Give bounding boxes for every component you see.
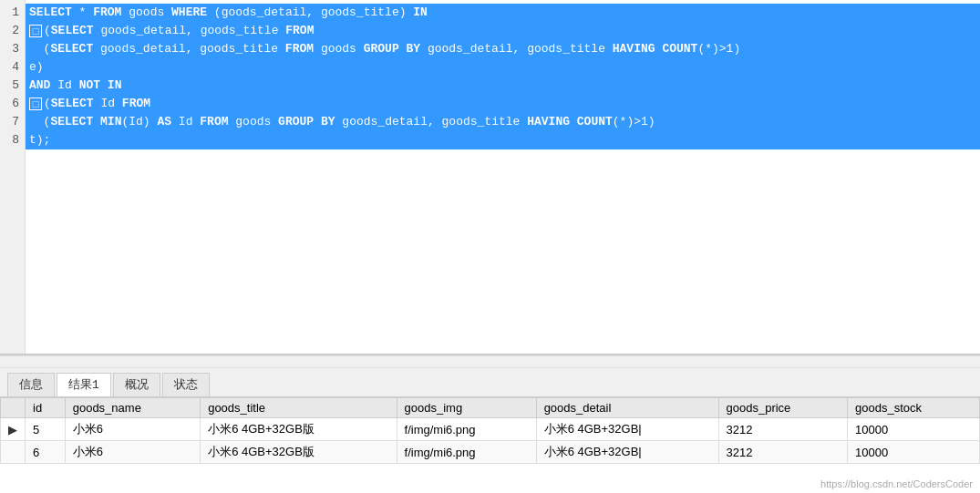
cell-name-1: 小米6 xyxy=(65,418,200,441)
tab-status[interactable]: 状态 xyxy=(162,373,210,396)
cell-stock-2: 10000 xyxy=(847,441,979,464)
cell-price-2: 3212 xyxy=(718,441,847,464)
tab-info[interactable]: 信息 xyxy=(7,373,55,396)
cell-img-2: f/img/mi6.png xyxy=(397,441,536,464)
cell-id-1: 5 xyxy=(26,418,66,441)
cell-title-2: 小米6 4GB+32GB版 xyxy=(201,441,397,464)
cell-title-1: 小米6 4GB+32GB版 xyxy=(201,418,397,441)
table-row: ▶ 5 小米6 小米6 4GB+32GB版 f/img/mi6.png 小米6 … xyxy=(1,418,980,441)
code-line-1: SELECT * FROM goods WHERE (goods_detail,… xyxy=(26,4,980,22)
code-line-8: t); xyxy=(26,131,980,149)
table-header-goods-stock: goods_stock xyxy=(847,398,979,418)
code-line-7: (SELECT MIN(Id) AS Id FROM goods GROUP B… xyxy=(26,113,980,131)
code-line-4: e) xyxy=(26,58,980,77)
code-line-5: AND Id NOT IN xyxy=(26,77,980,95)
collapse-icon-6[interactable]: □ xyxy=(29,98,42,110)
bottom-section: 信息 结果1 概况 状态 id goods_name goods_title g… xyxy=(0,368,980,493)
table-row: 6 小米6 小米6 4GB+32GB版 f/img/mi6.png 小米6 4G… xyxy=(1,441,980,464)
editor-area: 1 2 3 4 5 6 7 8 SELECT * FROM goods WHER… xyxy=(0,0,980,355)
table-header-goods-price: goods_price xyxy=(718,398,847,418)
row-indicator-1: ▶ xyxy=(1,418,26,441)
cell-price-1: 3212 xyxy=(718,418,847,441)
cell-detail-1: 小米6 4GB+32GB| xyxy=(536,418,718,441)
table-header-goods-img: goods_img xyxy=(397,398,536,418)
line-numbers: 1 2 3 4 5 6 7 8 xyxy=(0,0,26,354)
cell-detail-2: 小米6 4GB+32GB| xyxy=(536,441,718,464)
watermark: https://blog.csdn.net/CodersCoder xyxy=(820,478,973,489)
cell-name-2: 小米6 xyxy=(65,441,200,464)
results-table: id goods_name goods_title goods_img good… xyxy=(0,397,980,464)
row-indicator-2 xyxy=(1,441,26,464)
table-header-id: id xyxy=(26,398,66,418)
table-header-goods-detail: goods_detail xyxy=(536,398,718,418)
tab-results1[interactable]: 结果1 xyxy=(57,373,111,396)
horizontal-scrollbar[interactable] xyxy=(0,355,980,368)
code-line-2: □ (SELECT goods_detail, goods_title FROM xyxy=(26,22,980,40)
collapse-icon-2[interactable]: □ xyxy=(29,25,42,37)
cell-img-1: f/img/mi6.png xyxy=(397,418,536,441)
tab-overview[interactable]: 概况 xyxy=(113,373,160,396)
cell-stock-1: 10000 xyxy=(847,418,979,441)
table-header-indicator xyxy=(1,398,26,418)
table-header-goods-title: goods_title xyxy=(201,398,397,418)
table-header-goods-name: goods_name xyxy=(65,398,200,418)
code-line-6: □ (SELECT Id FROM xyxy=(26,95,980,113)
cell-id-2: 6 xyxy=(26,441,66,464)
tabs-area: 信息 结果1 概况 状态 xyxy=(0,368,980,397)
code-line-3: (SELECT goods_detail, goods_title FROM g… xyxy=(26,40,980,58)
code-lines[interactable]: SELECT * FROM goods WHERE (goods_detail,… xyxy=(26,0,980,354)
